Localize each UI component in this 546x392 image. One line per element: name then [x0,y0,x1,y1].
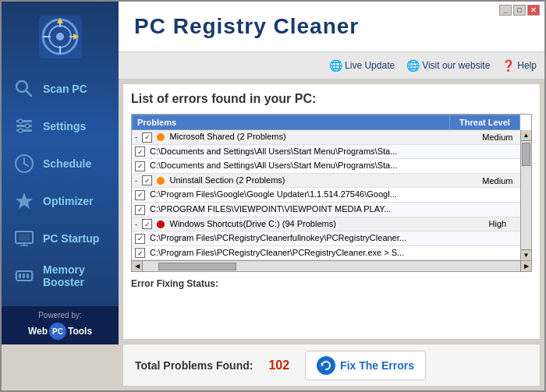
app-header: PC Registry Cleaner [119,2,544,52]
sidebar-label-scan: Scan PC [43,83,87,95]
checkbox[interactable] [135,147,145,157]
sidebar: Scan PC Settings [2,2,119,344]
checkbox[interactable] [135,248,145,258]
file-path: C:\PROGRAM FILES\VIEWPOINT\VIEWPOINT MED… [150,204,391,214]
app-title: PC Registry Cleaner [134,14,359,39]
table-row: C:\Documents and Settings\All Users\Star… [132,159,520,174]
svg-point-16 [26,124,30,128]
checkbox[interactable] [135,205,145,215]
file-path: C:\Documents and Settings\All Users\Star… [150,147,397,156]
svg-line-11 [26,90,31,96]
fix-errors-label: Fix The Errors [340,359,414,372]
threat-level [475,231,520,246]
sidebar-item-optimizer[interactable]: Optimizer [5,184,115,218]
checkbox[interactable] [142,132,152,143]
website-icon: 🌐 [406,59,420,72]
svg-rect-28 [19,274,21,278]
scroll-thumb[interactable] [522,143,530,166]
sidebar-item-settings[interactable]: Settings [5,109,115,143]
svg-point-17 [19,129,23,132]
svg-line-20 [24,164,28,166]
fix-errors-button[interactable]: Fix The Errors [305,351,426,380]
file-path: C:\Program Files\Google\Google Updater\1… [150,189,397,199]
vertical-scrollbar[interactable]: ▲ ▼ [520,130,531,260]
help-button[interactable]: ❓ Help [502,59,537,72]
sidebar-label-pc-startup: PC Startup [43,232,99,245]
scroll-left-arrow[interactable]: ◀ [132,261,143,272]
help-icon: ❓ [502,59,515,72]
scan-icon [12,76,37,101]
sidebar-label-settings: Settings [43,120,86,132]
svg-point-7 [56,33,64,41]
settings-icon [12,114,37,139]
threat-level: Medium [475,130,520,144]
expand-icon[interactable]: - [135,132,137,141]
table-row: C:\Program Files\Google\Google Updater\1… [132,188,520,203]
svg-rect-23 [19,234,30,241]
main-content: List of errors found in your PC: Problem… [122,83,541,340]
threat-header: Threat Level [450,115,520,130]
table-row: C:\Program Files\PCRegistryCleanerfullno… [132,231,520,246]
minimize-button[interactable]: _ [499,5,512,16]
section-title: List of errors found in your PC: [131,92,532,106]
table-row: - Uninstall Section (2 Problems) Medium [132,173,520,188]
table-row: - Windows Shortcuts(Drive C:) (94 Proble… [132,217,520,231]
fix-icon [317,356,335,375]
powered-by-label: Powered by: [6,311,114,320]
expand-icon[interactable]: - [135,220,137,228]
horizontal-scrollbar[interactable]: ◀ ▶ [132,260,531,271]
checkbox[interactable] [135,190,145,200]
maximize-button[interactable]: □ [513,5,526,16]
bottom-bar: Total Problems Found: 102 Fix The Errors [122,344,541,387]
globe-icon: 🌐 [329,59,342,72]
scroll-down-arrow[interactable]: ▼ [521,249,531,260]
sidebar-item-scan[interactable]: Scan PC [5,72,115,106]
error-table-container: Problems Threat Level - Mic [131,114,532,272]
table-row: C:\Documents and Settings\All Users\Star… [132,144,520,159]
sidebar-item-schedule[interactable]: Schedule [5,147,115,181]
checkbox[interactable] [135,234,145,244]
total-problems-label: Total Problems Found: [135,359,253,372]
threat-level [475,188,520,203]
checkbox[interactable] [135,161,145,171]
svg-rect-30 [27,274,29,278]
checkbox[interactable] [142,175,152,185]
group-label: Uninstall Section (2 Problems) [170,175,285,185]
schedule-icon [12,151,37,176]
threat-level [475,159,520,174]
live-update-label: Live Update [345,60,395,71]
sidebar-item-pc-startup[interactable]: PC Startup [5,221,115,256]
status-label: Error Fixing Status: [131,278,218,289]
threat-level: High [475,217,520,231]
table-scroll[interactable]: - Microsoft Shared (2 Problems) Medium C… [132,130,531,260]
app-logo [29,9,91,64]
window-controls: _ □ ✕ [499,5,540,16]
memory-booster-icon [12,263,37,288]
checkbox[interactable] [142,219,152,229]
visit-website-button[interactable]: 🌐 Visit our website [406,59,490,72]
svg-point-15 [19,119,23,123]
threat-level [475,202,520,217]
group-label: Windows Shortcuts(Drive C:) (94 Problems… [170,219,336,228]
svg-marker-21 [16,192,33,209]
expand-icon[interactable]: - [135,176,137,185]
scroll-right-arrow[interactable]: ▶ [520,261,531,272]
file-path: C:\Documents and Settings\All Users\Star… [150,161,397,170]
threat-level [475,245,520,260]
table-row: - Microsoft Shared (2 Problems) Medium [132,130,520,144]
help-label: Help [517,60,537,71]
sidebar-item-memory-booster[interactable]: MemoryBooster [5,259,115,293]
svg-rect-29 [23,274,25,278]
group-label: Microsoft Shared (2 Problems) [170,132,286,141]
error-fixing-status: Error Fixing Status: [131,278,532,289]
live-update-button[interactable]: 🌐 Live Update [329,59,395,72]
threat-level: Medium [475,173,520,188]
scroll-h-thumb[interactable] [158,263,236,270]
file-path: C:\Program Files\PCRegistryCleaner\PCReg… [150,248,404,257]
close-button[interactable]: ✕ [527,5,540,16]
sidebar-label-schedule: Schedule [43,157,91,170]
scroll-up-arrow[interactable]: ▲ [521,130,531,141]
threat-dot [157,221,165,228]
threat-dot [157,177,165,185]
main-window: _ □ ✕ [0,0,546,392]
